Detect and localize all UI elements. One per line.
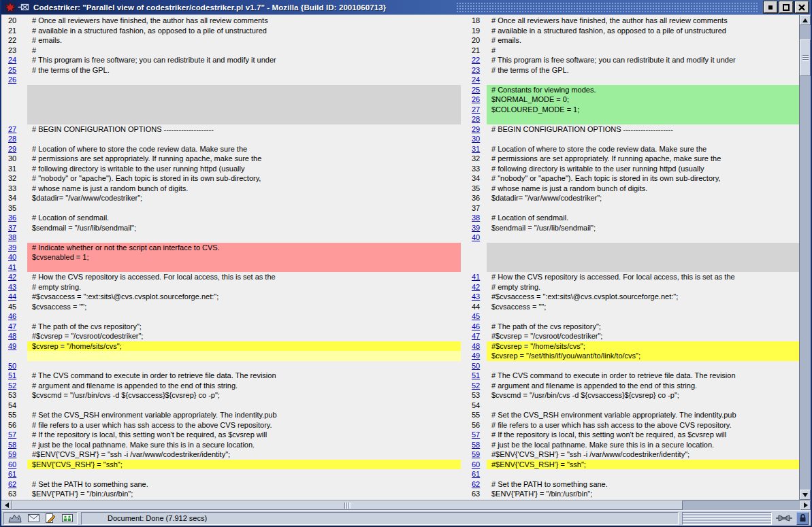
left-line-number-link[interactable]: 42 [8,273,16,281]
left-line-number-link[interactable]: 58 [8,441,16,449]
diff-row: 60$ENV{'CVS_RSH'} = "ssh";60#$ENV{'CVS_R… [1,460,799,470]
left-line-number-link[interactable]: 57 [8,430,16,439]
left-line-number-link[interactable]: 62 [8,480,16,488]
right-line-number-link[interactable]: 61 [472,470,480,478]
left-line-number-link[interactable]: 26 [8,75,16,84]
left-line-number-link[interactable]: 51 [8,371,16,379]
left-line-number-link[interactable]: 61 [8,470,16,478]
right-line-number-link[interactable]: 45 [472,312,480,320]
right-line-number-link[interactable]: 62 [472,480,480,488]
left-line-number-link[interactable]: 47 [8,322,16,330]
left-line-number-link[interactable]: 36 [8,214,16,222]
right-line-number-link[interactable]: 58 [472,441,480,449]
scroll-left-button[interactable] [1,500,12,510]
right-line-number-link[interactable]: 29 [472,125,480,133]
left-line-number-link[interactable]: 25 [8,66,16,74]
right-line-number-link[interactable]: 27 [472,105,480,114]
left-line-number-link[interactable]: 50 [8,362,16,370]
left-line-number-link[interactable]: 52 [8,381,16,390]
left-line-number-link[interactable]: 37 [8,224,16,232]
title-bar[interactable]: Codestriker: "Parallel view of codestrik… [1,0,811,15]
left-line-number-link[interactable]: 39 [8,243,16,252]
diff-row: 30# permissions are set appropriately. I… [1,154,799,164]
right-line-number-link[interactable]: 51 [472,371,480,379]
right-line-number-link[interactable]: 24 [472,75,480,84]
right-line-number-link[interactable]: 49 [472,352,480,360]
right-line-number-link[interactable]: 30 [472,135,480,143]
left-line-number-link[interactable]: 48 [8,332,16,340]
right-line-number-link[interactable]: 47 [472,332,480,340]
left-line-number-link[interactable]: 41 [8,263,16,271]
horizontal-scrollbar[interactable] [1,500,811,510]
right-line-number-link[interactable]: 42 [472,283,480,291]
diff-row: 47# The path of the cvs repository";46# … [1,322,799,332]
left-line-number-link[interactable]: 29 [8,145,16,153]
right-line-number: 29 [470,124,487,135]
right-line-number: 63 [470,489,487,499]
right-line-number-link[interactable]: 25 [472,86,480,94]
right-line-number-link[interactable]: 50 [472,362,480,370]
minimize-button[interactable] [764,1,777,13]
left-line-number-link[interactable]: 38 [8,233,16,241]
security-button[interactable] [796,512,809,525]
status-bar: Document: Done (7.912 secs) [1,510,811,526]
horizontal-scroll-track[interactable] [683,500,800,510]
right-line-number-link[interactable]: 38 [472,214,480,222]
left-code-line: $cvsaccess = ""; [27,302,461,312]
right-line-number-link[interactable]: 43 [472,292,480,301]
right-line-number-link[interactable]: 59 [472,450,480,458]
right-code-line [487,75,799,85]
right-code-line: # Constants for viewing modes. [487,85,799,95]
offline-indicator[interactable] [775,512,793,525]
right-line-number-link[interactable]: 57 [472,430,480,439]
left-line-number: 27 [1,124,27,135]
right-line-number-link[interactable]: 40 [472,233,480,241]
left-line-number-link[interactable]: 49 [8,342,16,350]
left-line-number: 25 [1,65,27,75]
vertical-scroll-track[interactable] [800,25,811,490]
scroll-down-button[interactable] [800,490,811,500]
left-line-number-link[interactable]: 24 [8,56,16,64]
right-line-number-link[interactable]: 48 [472,342,480,350]
left-line-number-link[interactable]: 40 [8,253,16,261]
maximize-button[interactable] [779,1,793,13]
right-line-number-link[interactable]: 22 [472,56,480,64]
column-gap [461,401,470,411]
vertical-scrollbar[interactable] [799,15,811,500]
mail-icon[interactable] [28,514,39,522]
diff-row: 58# just be the local pathname. Make sur… [1,440,799,450]
right-line-number: 39 [470,223,487,233]
pin-icon[interactable] [18,3,29,11]
right-line-number-link[interactable]: 23 [472,66,480,74]
scroll-right-button[interactable] [800,500,811,510]
right-line-number-link[interactable]: 52 [472,381,480,390]
left-line-number-link[interactable]: 46 [8,312,16,320]
left-line-number-link[interactable]: 44 [8,292,16,301]
vertical-scroll-thumb[interactable] [800,39,811,76]
left-line-number-link[interactable]: 60 [8,460,16,469]
right-line-number-link[interactable]: 39 [472,224,480,232]
mozilla-navigator-icon[interactable] [8,513,22,523]
horizontal-scroll-thumb[interactable] [12,500,683,510]
composer-icon[interactable] [46,513,56,523]
right-line-number-link[interactable]: 26 [472,95,480,103]
right-code-line [487,311,799,322]
right-line-number-link[interactable]: 41 [472,273,480,281]
close-button[interactable] [795,1,809,13]
addressbook-icon[interactable] [62,514,73,522]
right-line-number-link[interactable]: 60 [472,460,480,469]
column-gap [461,311,470,322]
left-line-number: 21 [1,26,27,36]
right-line-number-link[interactable]: 46 [472,322,480,330]
scroll-up-button[interactable] [800,15,811,25]
column-gap [461,410,470,420]
left-line-number-link[interactable]: 59 [8,450,16,458]
left-line-number-link[interactable]: 27 [8,125,16,133]
right-line-number-link[interactable]: 28 [472,115,480,123]
left-code-line: # If the repository is local, this setti… [27,430,461,440]
left-line-number: 56 [1,420,27,430]
right-line-number-link[interactable]: 31 [472,145,480,153]
left-line-number-link[interactable]: 28 [8,135,16,143]
left-line-number-link[interactable]: 43 [8,283,16,291]
diff-row: 2624 [1,75,799,85]
